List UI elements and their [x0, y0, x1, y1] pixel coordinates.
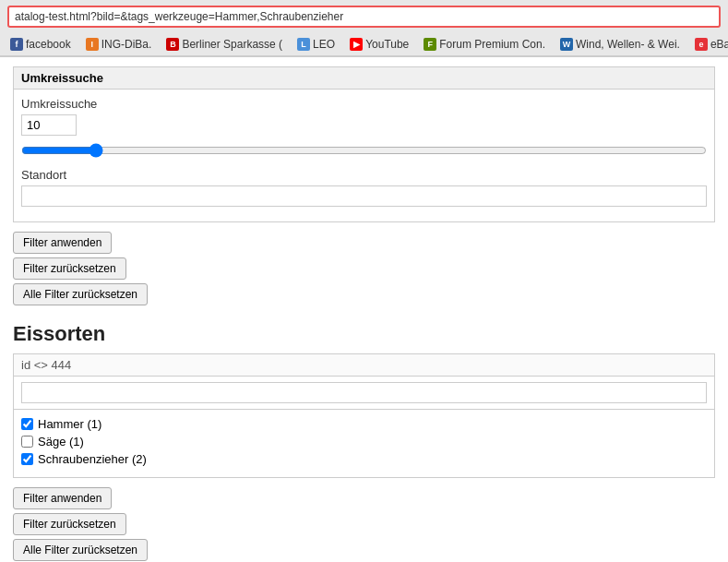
umkreissuche-filter-anwenden-button[interactable]: Filter anwenden [13, 232, 112, 254]
eissorten-filter-zuruecksetzen-button[interactable]: Filter zurücksetzen [13, 513, 126, 535]
standort-input[interactable] [21, 185, 707, 207]
umkreissuche-body: Umkreissuche Standort [14, 90, 714, 221]
filter-option-checkbox[interactable] [21, 453, 33, 465]
address-bar-row [0, 0, 728, 33]
filter-option-label[interactable]: Hammer (1) [21, 417, 101, 431]
bookmark-icon: W [560, 38, 573, 51]
umkreissuche-slider-row [21, 143, 707, 161]
eissorten-filter-anwenden-button[interactable]: Filter anwenden [13, 487, 112, 509]
browser-chrome: ffacebookIING-DiBa.BBerliner Sparkasse (… [0, 0, 728, 57]
bookmark-item[interactable]: BBerliner Sparkasse ( [163, 36, 285, 53]
umkreissuche-header: Umkreissuche [14, 67, 714, 90]
umkreissuche-filter-zuruecksetzen-button[interactable]: Filter zurücksetzen [13, 257, 126, 280]
bookmarks-bar: ffacebookIING-DiBa.BBerliner Sparkasse (… [0, 33, 728, 56]
bookmark-item[interactable]: FForum Premium Con. [421, 36, 548, 53]
bookmark-icon: e [695, 38, 708, 51]
umkreissuche-field-label: Umkreissuche [21, 97, 707, 111]
bookmark-item[interactable]: LLEO [294, 36, 338, 53]
bookmark-icon: ▶ [350, 38, 363, 51]
bookmark-icon: L [297, 38, 310, 51]
filter-option-label[interactable]: Schraubenzieher (2) [21, 452, 147, 466]
eissorten-search-row [14, 377, 714, 410]
bookmark-label: facebook [26, 38, 71, 51]
eissorten-filter-id: id <> 444 [14, 354, 714, 377]
filter-option-checkbox[interactable] [21, 436, 33, 448]
address-bar-input[interactable] [7, 6, 721, 28]
filter-option-text: Schraubenzieher (2) [38, 452, 147, 466]
eissorten-options: Hammer (1)Säge (1)Schraubenzieher (2) [14, 410, 714, 477]
bookmark-icon: I [86, 38, 99, 51]
bookmark-item[interactable]: ffacebook [7, 36, 74, 53]
bookmark-item[interactable]: ▶YouTube [347, 36, 412, 53]
eissorten-title: Eissorten [13, 322, 715, 346]
eissorten-search-input[interactable] [21, 382, 707, 403]
bookmark-label: eBa. [710, 38, 728, 51]
bookmark-item[interactable]: eeBa. [692, 36, 728, 53]
bookmark-label: YouTube [365, 38, 409, 51]
bookmark-icon: B [166, 38, 179, 51]
umkreissuche-alle-filter-button[interactable]: Alle Filter zurücksetzen [13, 283, 148, 305]
eissorten-buttons: Filter anwenden Filter zurücksetzen Alle… [13, 487, 715, 562]
bookmark-icon: F [424, 38, 436, 51]
umkreissuche-input[interactable] [21, 114, 77, 136]
filter-option-label[interactable]: Säge (1) [21, 435, 84, 448]
umkreissuche-buttons: Filter anwenden Filter zurücksetzen Alle… [13, 232, 715, 309]
standort-label: Standort [21, 168, 707, 182]
filter-option-row: Hammer (1) [21, 417, 707, 431]
eissorten-alle-filter-button[interactable]: Alle Filter zurücksetzen [13, 539, 148, 561]
bookmark-item[interactable]: IING-DiBa. [83, 36, 155, 53]
filter-option-checkbox[interactable] [21, 418, 33, 430]
bookmark-label: Berliner Sparkasse ( [182, 38, 282, 51]
bookmark-label: Forum Premium Con. [439, 38, 545, 51]
umkreissuche-section: Umkreissuche Umkreissuche Standort [13, 66, 715, 222]
filter-option-text: Hammer (1) [38, 417, 101, 431]
page-content: Umkreissuche Umkreissuche Standort Filte… [0, 57, 728, 562]
filter-option-text: Säge (1) [38, 435, 84, 448]
umkreissuche-slider[interactable] [21, 143, 707, 158]
filter-option-row: Säge (1) [21, 435, 707, 448]
bookmark-item[interactable]: WWind, Wellen- & Wei. [557, 36, 683, 53]
filter-option-row: Schraubenzieher (2) [21, 452, 707, 466]
bookmark-label: LEO [313, 38, 335, 51]
umkreissuche-title: Umkreissuche [21, 71, 103, 85]
bookmark-label: Wind, Wellen- & Wei. [576, 38, 680, 51]
eissorten-filter-section: id <> 444 Hammer (1)Säge (1)Schraubenzie… [13, 353, 715, 478]
bookmark-label: ING-DiBa. [101, 38, 152, 51]
bookmark-icon: f [10, 38, 23, 51]
